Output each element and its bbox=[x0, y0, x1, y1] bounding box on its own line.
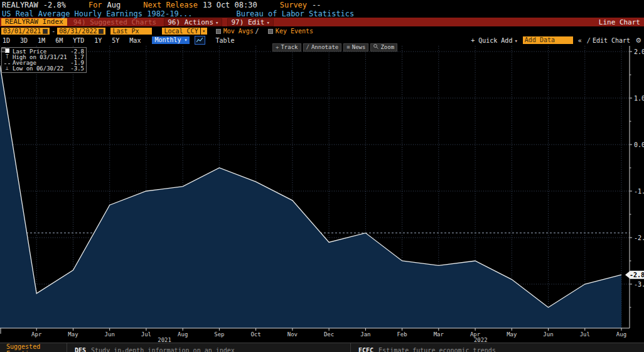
news-button[interactable]: ≡News bbox=[343, 43, 368, 52]
mov-avgs-checkbox[interactable] bbox=[216, 29, 221, 34]
zoom-button[interactable]: Zoom bbox=[370, 43, 397, 52]
ecfc-function-desc: Estimate future economic trends bbox=[378, 347, 496, 352]
bloomberg-terminal: REALYRAW -2.8% For Aug Next Release 13 O… bbox=[0, 0, 644, 352]
suggested-charts-menu[interactable]: 94) Suggested Charts bbox=[73, 18, 156, 26]
x-tick-label: Feb bbox=[397, 331, 407, 338]
x-tick-label: Aug bbox=[616, 331, 626, 338]
chevron-down-icon: ▾ bbox=[215, 19, 218, 26]
function-menu-bar: REALYRAW Index 94) Suggested Charts 96) … bbox=[0, 18, 644, 26]
suggested-functions-bar: Suggested Functions DES Study in-depth i… bbox=[0, 343, 644, 352]
quick-add-button[interactable]: + Quick Add▾ bbox=[471, 37, 518, 44]
legend-collapse-icon[interactable] bbox=[1, 48, 6, 52]
key-events-checkbox[interactable] bbox=[268, 29, 273, 34]
legend-row-low[interactable]: ⊥ Low on 06/30/22 -3.5 bbox=[4, 65, 84, 71]
y-tick-label: 2.0 bbox=[634, 48, 644, 55]
data-source: Bureau of Labor Statistics bbox=[236, 9, 354, 18]
last-price-label: -2.8 bbox=[630, 272, 644, 278]
x-tick-label: May bbox=[507, 331, 517, 338]
period-button-1y[interactable]: 1Y bbox=[94, 37, 102, 44]
price-type-select[interactable]: Last Px bbox=[110, 28, 152, 35]
survey-label: Survey bbox=[280, 1, 307, 9]
gear-icon[interactable]: ⚙ bbox=[635, 36, 641, 45]
edit-chart-button[interactable]: /Edit Chart bbox=[587, 37, 630, 44]
for-value: Aug bbox=[107, 1, 121, 9]
x-tick-label: Jul bbox=[580, 331, 590, 338]
y-tick-label: -1.0 bbox=[634, 188, 644, 195]
des-function-link[interactable]: DES bbox=[75, 347, 86, 352]
ecfc-function-link[interactable]: ECFC bbox=[358, 347, 373, 352]
track-button[interactable]: +Track bbox=[272, 43, 301, 52]
next-release-label: Next Release bbox=[143, 1, 198, 9]
area-series bbox=[0, 65, 621, 328]
actions-menu[interactable]: 96) Actions▾ bbox=[164, 18, 222, 26]
price-chart[interactable]: AprMayJunJulAugSepOctNovDecJanFebMarAprM… bbox=[0, 45, 644, 343]
edit-menu[interactable]: 97) Edit▾ bbox=[227, 18, 273, 26]
x-tick-label: Jun bbox=[105, 331, 115, 338]
security-description: US Real Average Hourly Earnings 1982-19.… bbox=[2, 9, 192, 18]
pencil-icon: / bbox=[587, 37, 591, 44]
last-price-badge: -2.8 bbox=[625, 271, 644, 279]
average-line-icon bbox=[4, 60, 11, 65]
news-icon: ≡ bbox=[346, 44, 350, 51]
date-to-field[interactable]: 08/31/2022 bbox=[57, 28, 105, 35]
crosshair-icon: + bbox=[276, 44, 279, 51]
security-input[interactable]: REALYRAW Index bbox=[1, 18, 67, 26]
security-header: REALYRAW -2.8% For Aug Next Release 13 O… bbox=[0, 0, 644, 9]
x-axis: AprMayJunJulAugSepOctNovDecJanFebMarAprM… bbox=[0, 328, 630, 343]
add-data-input[interactable]: Add Data bbox=[523, 36, 573, 44]
x-tick-label: Aug bbox=[178, 331, 188, 338]
period-button-3d[interactable]: 3D bbox=[20, 37, 28, 44]
frequency-select[interactable]: Monthly▾ bbox=[152, 36, 190, 44]
period-button-5y[interactable]: 5Y bbox=[112, 37, 119, 44]
chevron-down-icon: ▾ bbox=[514, 38, 517, 44]
calendar-icon[interactable] bbox=[43, 29, 48, 34]
collapse-panel-button[interactable]: « bbox=[578, 37, 582, 44]
x-tick-label: Jan bbox=[360, 331, 370, 338]
period-button-6m[interactable]: 6M bbox=[55, 37, 63, 44]
calendar-icon[interactable] bbox=[99, 29, 104, 34]
y-tick-label: 1.0 bbox=[634, 95, 644, 102]
year-label: 2022 bbox=[474, 337, 488, 343]
period-button-ytd[interactable]: YTD bbox=[73, 37, 84, 44]
x-tick-label: May bbox=[68, 331, 78, 338]
chevron-down-icon: ▾ bbox=[185, 36, 188, 44]
high-marker-icon: T bbox=[4, 54, 11, 60]
period-button-1d[interactable]: 1D bbox=[3, 37, 10, 44]
y-axis: 2.01.00.0-1.0-2.0-3.0 bbox=[630, 46, 644, 328]
survey-value: -- bbox=[312, 1, 321, 9]
x-tick-label: Dec bbox=[324, 331, 334, 338]
chart-area: AprMayJunJulAugSepOctNovDecJanFebMarAprM… bbox=[0, 45, 644, 343]
next-release-value: 13 Oct 08:30 bbox=[203, 1, 257, 9]
x-tick-label: Nov bbox=[287, 331, 298, 338]
last-change: -2.8% bbox=[43, 1, 66, 9]
x-tick-label: Apr bbox=[31, 331, 42, 338]
date-from-field[interactable]: 03/01/2021 bbox=[1, 28, 50, 35]
security-description-row: US Real Average Hourly Earnings 1982-19.… bbox=[0, 9, 644, 18]
y-tick-label: -2.0 bbox=[634, 234, 644, 241]
ecfc-function-item: ECFC Estimate future economic trends bbox=[350, 343, 496, 352]
x-tick-label: Oct bbox=[250, 331, 260, 338]
des-function-desc: Study in-depth information on an index bbox=[91, 347, 235, 352]
chart-type-label: Line Chart bbox=[599, 18, 640, 26]
ticker: REALYRAW bbox=[2, 1, 38, 9]
legend-label: Low on 06/30/22 bbox=[13, 65, 63, 72]
table-button[interactable]: Table bbox=[215, 37, 234, 44]
chart-legend[interactable]: Last Price -2.8 T High on 03/31/21 1.7 A… bbox=[1, 47, 87, 73]
x-tick-label: Jul bbox=[141, 331, 151, 338]
y-tick-label: -3.0 bbox=[634, 281, 644, 288]
x-tick-label: Jun bbox=[543, 331, 553, 338]
period-button-max[interactable]: Max bbox=[129, 37, 141, 44]
mov-avgs-label: Mov Avgs bbox=[223, 28, 254, 35]
line-chart-icon[interactable] bbox=[195, 36, 205, 45]
pencil-icon: / bbox=[306, 44, 309, 51]
annotate-button[interactable]: /Annotate bbox=[303, 43, 342, 52]
chevron-down-icon: ▾ bbox=[266, 19, 269, 26]
mov-avgs-edit-icon[interactable]: / bbox=[255, 28, 259, 35]
divider bbox=[67, 343, 67, 352]
currency-dropdown-icon[interactable]: ▾ bbox=[201, 28, 207, 35]
low-marker-icon: ⊥ bbox=[4, 65, 11, 71]
period-button-1m[interactable]: 1M bbox=[38, 37, 45, 44]
chart-tool-buttons: +Track /Annotate ≡News Zoom bbox=[272, 43, 397, 52]
chart-settings-toolbar: 03/01/2021 - 08/31/2022 Last Px Local CC… bbox=[0, 26, 644, 35]
currency-select[interactable]: Local CCY bbox=[162, 28, 200, 35]
